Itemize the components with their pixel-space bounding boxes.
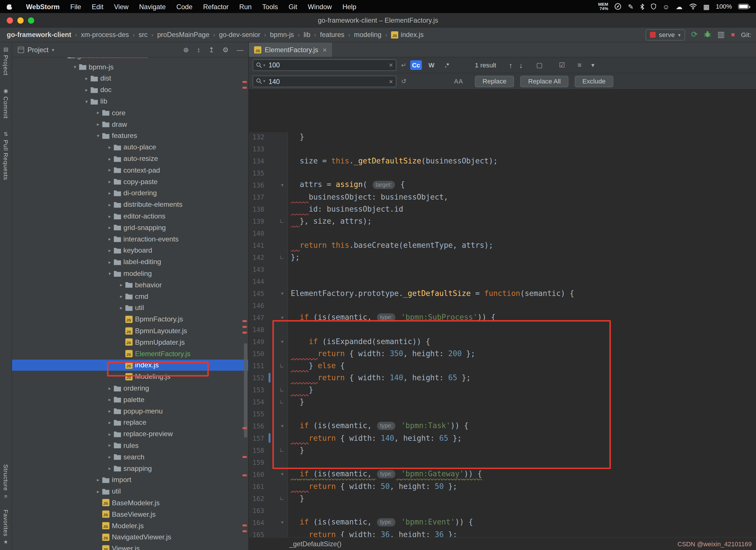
tree-chevron-icon[interactable]: ▸ [106, 236, 113, 241]
line-number[interactable]: 152 [249, 374, 268, 382]
keyboard-grid-icon[interactable]: ▦ [703, 3, 710, 10]
tree-chevron-icon[interactable]: ▸ [118, 294, 125, 299]
menu-item-edit[interactable]: Edit [86, 3, 109, 10]
multiline-search-icon[interactable]: ≡ [578, 61, 582, 69]
menu-item-run[interactable]: Run [234, 3, 257, 10]
fold-marker-icon[interactable] [268, 255, 287, 260]
apple-icon[interactable] [7, 3, 13, 10]
tree-chevron-icon[interactable]: ▸ [106, 443, 113, 448]
line-number[interactable]: 136 [249, 181, 268, 189]
line-number[interactable]: 139 [249, 217, 268, 225]
tree-chevron-icon[interactable]: ▸ [106, 408, 113, 414]
menu-item-tools[interactable]: Tools [257, 3, 283, 10]
line-number[interactable]: 153 [249, 386, 268, 394]
regex-toggle[interactable]: .* [441, 60, 453, 70]
line-number[interactable]: 149 [249, 338, 268, 346]
line-number[interactable]: 163 [249, 506, 268, 514]
tree-scrollbar[interactable] [244, 343, 248, 438]
tree-chevron-icon[interactable]: ▸ [94, 122, 102, 127]
replace-history-icon[interactable]: ▾ [263, 79, 265, 83]
replace-value[interactable]: 140 [268, 77, 389, 85]
code-line[interactable]: 164▾ if (is(semantic, type: 'bpmn:Event'… [249, 516, 756, 528]
fold-marker-icon[interactable] [268, 496, 287, 501]
breadcrumb-item[interactable]: proDesMainPage [157, 31, 209, 39]
breadcrumb-item[interactable]: bpmn-js [270, 31, 294, 39]
tree-chevron-icon[interactable]: ▸ [106, 156, 113, 161]
hide-panel-icon[interactable]: — [237, 46, 243, 54]
tool-button-project[interactable]: ▤Project [2, 46, 9, 75]
code-line[interactable]: 134 size = this._getDefaultSize(business… [249, 155, 756, 167]
tree-item-keyboard[interactable]: ▸keyboard [12, 245, 248, 256]
tree-chevron-icon[interactable]: ▾ [106, 271, 113, 276]
tree-item-features[interactable]: ▾features [12, 130, 248, 141]
tree-item-editor-actions[interactable]: ▸editor-actions [12, 210, 248, 222]
code-line[interactable]: 135 [249, 167, 756, 179]
tree-chevron-icon[interactable]: ▸ [106, 202, 113, 207]
tree-chevron-icon[interactable]: ▸ [106, 431, 113, 436]
highlight-results-icon[interactable]: ☑ [559, 61, 565, 69]
menu-item-webstorm[interactable]: WebStorm [21, 3, 65, 10]
code-line[interactable]: 137 businessObject: businessObject, [249, 191, 756, 203]
line-number[interactable]: 145 [249, 290, 268, 297]
tree-chevron-icon[interactable]: ▾ [94, 133, 102, 138]
tree-item-auto-resize[interactable]: ▸auto-resize [12, 153, 248, 164]
line-number[interactable]: 137 [249, 193, 268, 201]
tree-chevron-icon[interactable]: ▸ [106, 225, 113, 230]
exclude-button[interactable]: Exclude [575, 75, 613, 87]
tree-chevron-icon[interactable]: ▸ [106, 466, 113, 471]
menu-item-window[interactable]: Window [303, 3, 337, 10]
code-line[interactable]: 142}; [249, 251, 756, 263]
line-number[interactable]: 146 [249, 302, 268, 309]
tree-item-doc[interactable]: ▸doc [12, 84, 248, 95]
menu-item-help[interactable]: Help [337, 3, 362, 10]
line-number[interactable]: 155 [249, 410, 268, 418]
code-line[interactable]: 141 return this.baseCreate(elementType, … [249, 239, 756, 251]
menu-item-refactor[interactable]: Refactor [198, 3, 234, 10]
line-number[interactable]: 164 [249, 518, 268, 526]
breadcrumb-item[interactable]: src [139, 31, 147, 39]
tool-button-pull-requests[interactable]: ⇅Pull Requests [2, 131, 9, 180]
breadcrumb-item[interactable]: xm-process-des [81, 31, 129, 39]
tree-chevron-icon[interactable]: ▸ [83, 87, 90, 92]
tree-chevron-icon[interactable]: ▸ [106, 145, 113, 150]
tree-chevron-icon[interactable]: ▾ [60, 57, 67, 58]
tree-chevron-icon[interactable]: ▸ [118, 305, 125, 310]
tree-item-go-dev-senior[interactable]: ▾go-dev-senior [12, 57, 248, 61]
project-panel-title[interactable]: Project [28, 46, 48, 54]
tree-item-bpmnlayouter-js[interactable]: JSBpmnLayouter.js [12, 325, 248, 336]
tree-item-palette[interactable]: ▸palette [12, 394, 248, 405]
tree-item-baseviewer-js[interactable]: JSBaseViewer.js [12, 508, 248, 520]
pencil-icon[interactable]: ✎ [628, 3, 634, 10]
fold-marker-icon[interactable]: ▾ [268, 520, 287, 525]
tree-item-util[interactable]: ▸util [12, 302, 248, 313]
fold-marker-icon[interactable]: ▾ [268, 182, 287, 187]
search-query[interactable]: 100 [268, 61, 389, 69]
tree-item-copy-paste[interactable]: ▸copy-paste [12, 176, 248, 187]
line-number[interactable]: 162 [249, 494, 268, 502]
search-history-icon[interactable]: ▾ [263, 63, 265, 67]
tree-chevron-icon[interactable]: ▸ [106, 454, 113, 459]
expand-all-icon[interactable]: ↕ [197, 46, 200, 54]
breadcrumb-item[interactable]: go-framework-client [7, 31, 71, 39]
fold-marker-icon[interactable]: ▾ [268, 471, 287, 477]
line-number[interactable]: 156 [249, 422, 268, 430]
newline-icon[interactable]: ↵ [401, 61, 406, 69]
fold-marker-icon[interactable] [268, 219, 287, 224]
tree-chevron-icon[interactable]: ▾ [83, 99, 90, 104]
line-number[interactable]: 160 [249, 470, 268, 478]
close-icon[interactable]: × [323, 46, 327, 54]
chevron-down-icon[interactable]: ▾ [52, 47, 54, 52]
tree-item-rules[interactable]: ▸rules [12, 440, 248, 451]
tree-item-import[interactable]: ▸import [12, 474, 248, 485]
tree-item-core[interactable]: ▸core [12, 107, 248, 118]
tree-chevron-icon[interactable]: ▸ [106, 248, 113, 253]
line-number[interactable]: 133 [249, 145, 268, 153]
breadcrumb-item[interactable]: JSindex.js [391, 31, 424, 39]
code-line[interactable]: 133 [249, 143, 756, 155]
rerun-button[interactable]: ⟳ [691, 31, 698, 39]
close-window-button[interactable] [7, 17, 13, 24]
tree-item-modeling[interactable]: ▾modeling [12, 268, 248, 279]
tree-chevron-icon[interactable]: ▸ [106, 259, 113, 264]
line-number[interactable]: 150 [249, 350, 268, 358]
code-line[interactable]: 138 id: businessObject.id [249, 203, 756, 215]
